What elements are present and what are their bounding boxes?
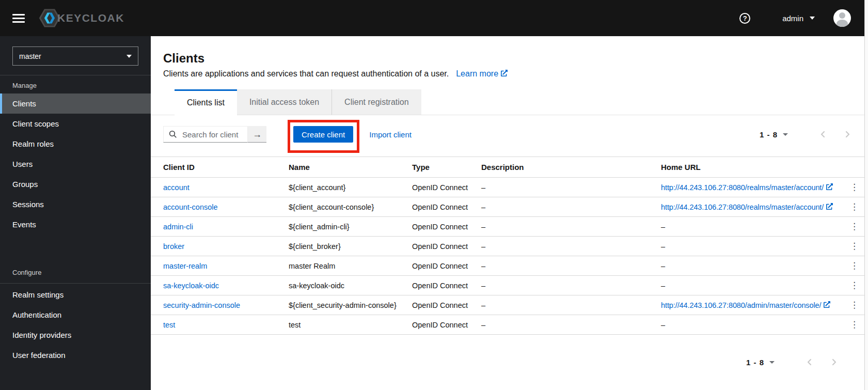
sidebar-item-realm-settings[interactable]: Realm settings bbox=[0, 285, 151, 305]
column-header-description: Description bbox=[469, 157, 649, 178]
chevron-down-icon bbox=[810, 17, 815, 20]
sidebar-item-authentication[interactable]: Authentication bbox=[0, 305, 151, 325]
sidebar-item-sessions[interactable]: Sessions bbox=[0, 194, 151, 214]
row-actions-kebab-icon[interactable]: ⋮ bbox=[847, 241, 862, 252]
search-submit-button[interactable]: → bbox=[248, 126, 266, 143]
sidebar-item-user-federation[interactable]: User federation bbox=[0, 345, 151, 365]
table-row: test test OpenID Connect – – ⋮ bbox=[151, 315, 864, 335]
tab-initial-access-token[interactable]: Initial access token bbox=[237, 89, 332, 115]
home-url-link[interactable]: http://44.243.106.27:8080/realms/master/… bbox=[661, 183, 833, 192]
avatar[interactable] bbox=[833, 9, 851, 27]
client-name: ${client_security-admin-console} bbox=[276, 295, 400, 315]
vertical-scrollbar[interactable] bbox=[864, 0, 868, 390]
next-page-icon[interactable] bbox=[829, 357, 839, 367]
client-name: sa-keycloak-oidc bbox=[276, 276, 400, 295]
sidebar-item-groups[interactable]: Groups bbox=[0, 174, 151, 194]
search-input[interactable] bbox=[181, 130, 243, 139]
client-id-link[interactable]: broker bbox=[163, 242, 184, 251]
page-description: Clients are applications and services th… bbox=[163, 68, 852, 80]
client-id-link[interactable]: security-admin-console bbox=[163, 301, 240, 309]
user-menu[interactable]: admin bbox=[782, 14, 815, 23]
keycloak-admin-console: KEYCLOAK ? admin master Manage Clients C… bbox=[0, 0, 868, 390]
external-link-icon bbox=[826, 203, 833, 210]
page-title: Clients bbox=[163, 51, 852, 66]
home-url-link[interactable]: http://44.243.106.27:8080/admin/master/c… bbox=[661, 301, 830, 309]
client-type: OpenID Connect bbox=[400, 295, 469, 315]
row-actions-kebab-icon[interactable]: ⋮ bbox=[847, 300, 862, 310]
table-row: account ${client_account} OpenID Connect… bbox=[151, 178, 864, 197]
nav-section-title: Configure bbox=[0, 262, 151, 284]
client-id-link[interactable]: sa-keycloak-oidc bbox=[163, 282, 219, 290]
nav-section-title: Manage bbox=[0, 75, 151, 93]
table-row: admin-cli ${client_admin-cli} OpenID Con… bbox=[151, 217, 864, 237]
realm-selector-block: master bbox=[0, 36, 151, 75]
row-actions-kebab-icon[interactable]: ⋮ bbox=[847, 222, 862, 232]
client-id-link[interactable]: account bbox=[163, 183, 190, 192]
pagination-menu-toggle[interactable]: 1 - 8 bbox=[746, 358, 775, 367]
table-row: security-admin-console ${client_security… bbox=[151, 295, 864, 315]
client-type: OpenID Connect bbox=[400, 178, 469, 197]
client-type: OpenID Connect bbox=[400, 197, 469, 217]
sidebar-item-client-scopes[interactable]: Client scopes bbox=[0, 114, 151, 134]
external-link-icon bbox=[826, 183, 833, 190]
create-client-button[interactable]: Create client bbox=[293, 126, 353, 143]
realm-selector[interactable]: master bbox=[12, 46, 138, 66]
client-type: OpenID Connect bbox=[400, 237, 469, 256]
client-id-link[interactable]: account-console bbox=[163, 203, 218, 211]
search-box bbox=[163, 126, 248, 143]
row-actions-kebab-icon[interactable]: ⋮ bbox=[847, 182, 862, 193]
previous-page-icon[interactable] bbox=[818, 130, 828, 139]
next-page-icon[interactable] bbox=[843, 130, 852, 139]
tab-clients-list[interactable]: Clients list bbox=[175, 89, 237, 115]
row-actions-kebab-icon[interactable]: ⋮ bbox=[847, 280, 862, 291]
sidebar-item-users[interactable]: Users bbox=[0, 154, 151, 174]
client-type: OpenID Connect bbox=[400, 315, 469, 335]
import-client-link[interactable]: Import client bbox=[369, 130, 412, 139]
pagination-range: 1 - 8 bbox=[760, 130, 778, 139]
keycloak-brand[interactable]: KEYCLOAK bbox=[38, 7, 124, 29]
pagination-menu-toggle[interactable]: 1 - 8 bbox=[760, 130, 788, 139]
main-content: Clients Clients are applications and ser… bbox=[151, 36, 864, 390]
nav-section-configure: Configure Realm settings Authentication … bbox=[0, 262, 151, 365]
client-description: – bbox=[469, 276, 649, 295]
realm-selector-value: master bbox=[19, 52, 127, 60]
pagination-range: 1 - 8 bbox=[746, 358, 764, 367]
previous-page-icon[interactable] bbox=[805, 357, 814, 367]
client-type: OpenID Connect bbox=[400, 256, 469, 276]
table-row: sa-keycloak-oidc sa-keycloak-oidc OpenID… bbox=[151, 276, 864, 295]
chevron-down-icon bbox=[769, 361, 775, 364]
client-name: ${client_account-console} bbox=[276, 197, 400, 217]
table-row: broker ${client_broker} OpenID Connect –… bbox=[151, 237, 864, 256]
table-header-row: Client ID Name Type Description Home URL bbox=[151, 157, 864, 178]
nav-section-manage: Manage Clients Client scopes Realm roles… bbox=[0, 75, 151, 235]
client-home-url-empty: – bbox=[649, 237, 834, 256]
search-icon bbox=[169, 130, 177, 138]
pagination-top: 1 - 8 bbox=[760, 130, 852, 139]
help-icon[interactable]: ? bbox=[739, 13, 750, 24]
tab-client-registration[interactable]: Client registration bbox=[332, 89, 421, 115]
pagination-bottom: 1 - 8 bbox=[151, 357, 864, 367]
chevron-down-icon bbox=[127, 55, 132, 58]
nav-toggle-hamburger-icon[interactable] bbox=[12, 14, 25, 23]
row-actions-kebab-icon[interactable]: ⋮ bbox=[847, 261, 862, 271]
client-home-url-empty: – bbox=[649, 217, 834, 237]
sidebar-item-identity-providers[interactable]: Identity providers bbox=[0, 325, 151, 345]
tab-bar: Clients list Initial access token Client… bbox=[151, 89, 864, 115]
client-id-link[interactable]: test bbox=[163, 321, 175, 329]
learn-more-link[interactable]: Learn more bbox=[456, 69, 508, 78]
column-header-client-id: Client ID bbox=[151, 157, 276, 178]
toolbar: → Create client Import client 1 - 8 bbox=[151, 126, 864, 143]
client-name: master Realm bbox=[276, 256, 400, 276]
sidebar-item-realm-roles[interactable]: Realm roles bbox=[0, 134, 151, 154]
column-header-home-url: Home URL bbox=[649, 157, 834, 178]
row-actions-kebab-icon[interactable]: ⋮ bbox=[847, 202, 862, 212]
row-actions-kebab-icon[interactable]: ⋮ bbox=[847, 320, 862, 330]
client-description: – bbox=[469, 295, 649, 315]
home-url-link[interactable]: http://44.243.106.27:8080/realms/master/… bbox=[661, 203, 833, 211]
sidebar-item-events[interactable]: Events bbox=[0, 214, 151, 235]
client-description: – bbox=[469, 256, 649, 276]
sidebar-item-clients[interactable]: Clients bbox=[0, 93, 151, 114]
clients-table: Client ID Name Type Description Home URL… bbox=[151, 157, 864, 335]
client-id-link[interactable]: master-realm bbox=[163, 262, 207, 270]
client-id-link[interactable]: admin-cli bbox=[163, 223, 193, 231]
